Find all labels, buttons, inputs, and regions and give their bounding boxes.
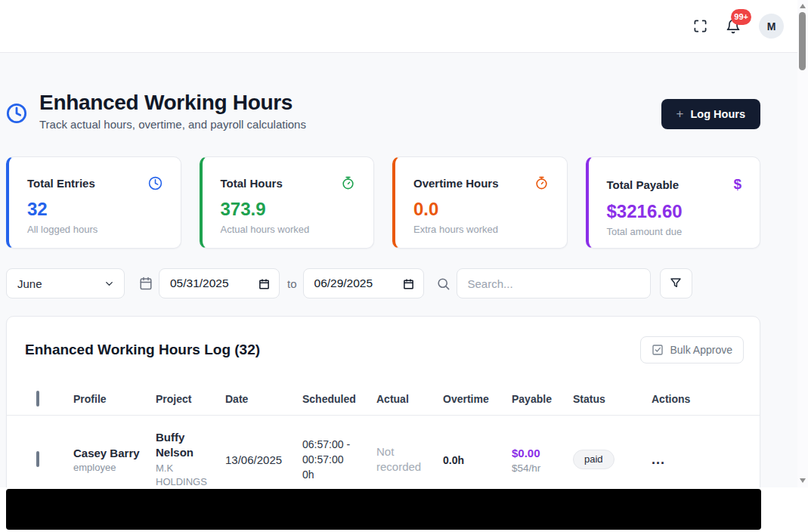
bottom-black-bar — [6, 489, 761, 530]
date-from-input[interactable]: 05/31/2025 — [159, 268, 280, 298]
stat-card-total-payable: Total Payable $ $3216.60 Total amount du… — [586, 156, 761, 249]
table-row: Casey Barry employee Buffy Nelson M.K HO… — [7, 416, 760, 487]
topbar: 99+ M — [0, 0, 797, 53]
dollar-icon: $ — [733, 176, 741, 193]
stat-card-total-hours: Total Hours 373.9 Actual hours worked — [200, 156, 375, 249]
clock-icon — [6, 103, 27, 127]
timer-icon — [341, 176, 355, 190]
project-name: Buffy Nelson — [156, 430, 218, 460]
scheduled-hours: 0h — [302, 467, 369, 482]
month-select[interactable]: June — [6, 268, 125, 298]
page-header: Enhanced Working Hours Track actual hour… — [6, 91, 760, 131]
filter-icon — [669, 277, 683, 290]
stats-row: Total Entries 32 All logged hours Total … — [6, 156, 760, 249]
stat-value: 0.0 — [413, 200, 549, 218]
page-subtitle: Track actual hours, overtime, and payrol… — [39, 118, 306, 131]
row-actions-button[interactable]: ... — [652, 456, 665, 463]
scrollbar[interactable] — [797, 0, 808, 487]
bulk-approve-label: Bulk Approve — [670, 344, 733, 356]
overtime-value: 0.0h — [443, 454, 464, 466]
stat-sublabel: Total amount due — [607, 226, 742, 237]
avatar[interactable]: M — [759, 14, 784, 39]
scrollbar-down-arrow[interactable] — [800, 478, 806, 483]
stat-label: Overtime Hours — [413, 177, 499, 190]
stat-label: Total Hours — [221, 177, 283, 190]
log-hours-button[interactable]: + Log Hours — [661, 99, 760, 129]
stat-sublabel: Actual hours worked — [221, 224, 356, 235]
column-header-overtime: Overtime — [443, 393, 512, 405]
checkbox-check-icon — [652, 344, 664, 356]
status-badge[interactable]: paid — [573, 450, 615, 469]
scheduled-range: 06:57:00 - 00:57:00 — [302, 437, 369, 467]
page-title: Enhanced Working Hours — [39, 91, 306, 115]
stat-value: 373.9 — [221, 200, 356, 218]
filter-button[interactable] — [660, 268, 692, 298]
stat-card-total-entries: Total Entries 32 All logged hours — [6, 156, 181, 249]
calendar-picker-icon[interactable] — [258, 278, 270, 289]
calendar-picker-icon[interactable] — [403, 278, 414, 289]
payable-amount: $0.00 — [512, 446, 565, 461]
plus-icon: + — [676, 107, 684, 122]
stat-card-overtime-hours: Overtime Hours 0.0 Extra hours worked — [392, 156, 568, 249]
column-header-status: Status — [573, 393, 652, 405]
column-header-scheduled: Scheduled — [302, 393, 376, 405]
stat-sublabel: Extra hours worked — [413, 224, 549, 235]
to-label: to — [287, 277, 297, 290]
project-company: M.K HOLDINGS — [156, 462, 218, 487]
actual-value: Not recorded — [376, 445, 421, 473]
date-to-input[interactable]: 06/29/2025 — [303, 268, 424, 298]
row-date: 13/06/2025 — [225, 453, 302, 466]
stat-value: $3216.60 — [607, 203, 742, 221]
log-hours-label: Log Hours — [691, 108, 746, 120]
chevron-down-icon — [104, 278, 115, 289]
calendar-icon — [139, 277, 153, 290]
app-window: 99+ M Enhanced Working Hours Track actua… — [0, 0, 808, 532]
column-header-date: Date — [225, 393, 302, 405]
date-to-value: 06/29/2025 — [314, 277, 373, 290]
profile-role: employee — [73, 462, 148, 473]
clock-icon — [148, 176, 163, 190]
stat-label: Total Entries — [27, 177, 95, 190]
column-header-actual: Actual — [376, 393, 443, 405]
fullscreen-icon — [693, 19, 707, 33]
search-icon — [436, 277, 450, 291]
payable-rate: $54/hr — [512, 462, 565, 474]
row-checkbox[interactable] — [36, 451, 39, 467]
fullscreen-button[interactable] — [693, 19, 707, 33]
filters-row: June 05/31/2025 to 06/29/2025 — [6, 268, 760, 298]
table-header-row: Profile Project Date Scheduled Actual Ov… — [7, 382, 760, 416]
column-header-project: Project — [156, 393, 225, 405]
browser-viewport: 99+ M Enhanced Working Hours Track actua… — [0, 0, 797, 487]
column-header-profile: Profile — [73, 393, 156, 405]
stat-sublabel: All logged hours — [27, 224, 163, 235]
column-header-actions: Actions — [652, 393, 760, 405]
scrollbar-up-arrow[interactable] — [800, 4, 806, 8]
column-header-payable: Payable — [512, 393, 573, 405]
date-from-value: 05/31/2025 — [170, 277, 229, 290]
search-input[interactable] — [457, 268, 651, 298]
month-select-value: June — [17, 277, 42, 290]
stat-value: 32 — [27, 200, 163, 218]
bulk-approve-button[interactable]: Bulk Approve — [640, 336, 745, 363]
hours-log-title: Enhanced Working Hours Log (32) — [25, 342, 260, 358]
hours-log-card: Enhanced Working Hours Log (32) Bulk App… — [6, 316, 760, 487]
select-all-checkbox[interactable] — [36, 391, 39, 407]
timer-icon — [534, 176, 549, 190]
notification-badge: 99+ — [731, 9, 751, 25]
profile-name: Casey Barry — [73, 446, 148, 460]
stat-label: Total Payable — [607, 178, 680, 191]
scrollbar-thumb[interactable] — [799, 12, 806, 70]
ellipsis-icon: ... — [652, 452, 665, 467]
